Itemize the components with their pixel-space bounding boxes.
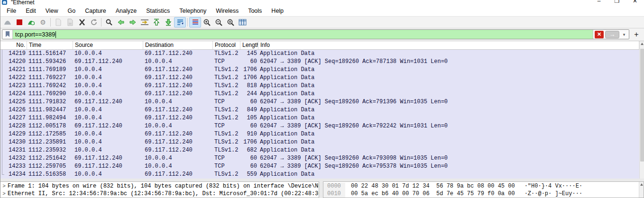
scrollbar-thumb[interactable]: [640, 49, 644, 162]
packet-row[interactable]: 142301112.23589110.0.0.469.117.112.240TL…: [0, 138, 639, 146]
cell-source: 10.0.0.4: [73, 138, 143, 146]
cell-time: 1112.251642: [27, 154, 73, 162]
title-bar: "Ethernet – ❐ ✕: [0, 0, 644, 6]
minimize-button[interactable]: –: [590, 0, 608, 5]
packet-row[interactable]: 142211111.76918910.0.0.469.117.112.240TL…: [0, 66, 639, 74]
zoom-reset-icon[interactable]: [225, 17, 237, 27]
packet-row[interactable]: 142331112.25970569.117.112.24010.0.0.4TC…: [0, 162, 639, 171]
reload-icon[interactable]: [88, 17, 100, 27]
column-header-time[interactable]: Time: [27, 41, 73, 49]
menu-tools[interactable]: Tools: [243, 7, 267, 16]
packet-row[interactable]: 142321112.25164269.117.112.24010.0.0.4TC…: [0, 154, 639, 162]
menu-help[interactable]: Help: [267, 7, 288, 16]
cell-source: 10.0.0.4: [73, 146, 143, 154]
packet-row[interactable]: 142271111.98249410.0.0.469.117.112.240TL…: [0, 114, 639, 122]
menu-wireless[interactable]: Wireless: [211, 7, 243, 16]
main-toolbar: ⚙: [0, 16, 644, 28]
open-file-icon[interactable]: [52, 17, 64, 27]
filter-input[interactable]: tcp.port==3389: [13, 30, 593, 39]
packet-row[interactable]: 142261111.98244710.0.0.469.117.112.240TL…: [0, 106, 639, 114]
cell-time: 1112.235932: [27, 146, 73, 154]
packet-row[interactable]: 142241111.76929010.0.0.469.117.112.240TL…: [0, 90, 639, 98]
packet-row[interactable]: 142311112.23593210.0.0.469.117.112.240TL…: [0, 146, 639, 154]
capture-options-icon[interactable]: ⚙: [37, 17, 49, 27]
cell-protocol: TLSv1.2: [213, 50, 240, 58]
zoom-in-icon[interactable]: [201, 17, 213, 27]
filter-field-buttons: ✕ → ▾: [593, 30, 629, 39]
column-header-no[interactable]: No.: [0, 41, 27, 49]
colorize-icon[interactable]: [189, 17, 201, 27]
hex-row[interactable]: 001000 5a ec b6 40 00 70 06 5d 7e 45 75 …: [323, 190, 644, 198]
pane-divider[interactable]: [0, 178, 644, 181]
hex-scrollbar[interactable]: [639, 182, 644, 198]
column-header-info[interactable]: Info: [258, 41, 639, 49]
packet-row[interactable]: 142231111.76924210.0.0.469.117.112.240TL…: [0, 82, 639, 90]
cell-time: 1111.769290: [27, 90, 73, 98]
close-capture-icon[interactable]: [76, 17, 88, 27]
menu-go[interactable]: Go: [63, 7, 81, 16]
cell-protocol: TLSv1.2: [213, 66, 240, 74]
pane-splitter[interactable]: [319, 181, 323, 198]
cell-destination: 69.117.112.240: [143, 130, 213, 138]
packet-row[interactable]: 142221111.76922710.0.0.469.117.112.240TL…: [0, 74, 639, 82]
go-last-icon[interactable]: [162, 17, 174, 27]
cell-length: 105: [240, 114, 258, 122]
display-filter-field[interactable]: tcp.port==3389 ✕ → ▾: [2, 29, 629, 39]
packet-row[interactable]: 142201111.59342669.117.112.24010.0.0.4TC…: [0, 58, 639, 66]
cell-info: 62047 → 3389 [ACK] Seq=189260 Ack=792242…: [258, 122, 639, 130]
hex-row[interactable]: 000000 22 48 30 01 7d 12 34 56 78 9a bc …: [323, 183, 644, 190]
column-header-source[interactable]: Source: [73, 41, 143, 49]
restart-capture-icon[interactable]: [25, 17, 37, 27]
column-header-length[interactable]: Length: [240, 41, 258, 49]
column-header-protocol[interactable]: Protocol: [213, 41, 240, 49]
cell-source: 69.117.112.240: [73, 58, 143, 66]
packet-row[interactable]: 142281112.00517869.117.112.24010.0.0.4TC…: [0, 122, 639, 130]
save-file-icon[interactable]: [64, 17, 76, 27]
menu-telephony[interactable]: Telephony: [175, 7, 211, 16]
apply-filter-icon[interactable]: →: [605, 31, 619, 38]
scroll-up-icon[interactable]: [640, 183, 643, 186]
add-filter-button[interactable]: +: [632, 30, 641, 39]
menu-view[interactable]: View: [41, 7, 63, 16]
packet-row[interactable]: 142291112.17258510.0.0.469.117.112.240TL…: [0, 130, 639, 138]
resize-columns-icon[interactable]: [237, 17, 248, 27]
column-header-destination[interactable]: Destination: [143, 41, 213, 49]
menu-capture[interactable]: Capture: [80, 7, 110, 16]
start-capture-icon[interactable]: [1, 17, 13, 27]
close-button[interactable]: ✕: [626, 0, 644, 5]
zoom-out-icon[interactable]: [213, 17, 225, 27]
packet-list-scrollbar[interactable]: [639, 41, 644, 179]
cell-protocol: TLSv1.2: [213, 114, 240, 122]
menu-analyze[interactable]: Analyze: [111, 7, 141, 16]
find-packet-icon[interactable]: [103, 17, 115, 27]
go-first-icon[interactable]: [150, 17, 162, 27]
cell-no: 14231: [0, 146, 27, 154]
detail-line[interactable]: >Ethernet II, Src: 12:34:56:78:9a:bc (12…: [0, 190, 319, 198]
go-to-packet-icon[interactable]: [138, 17, 150, 27]
expander-icon[interactable]: >: [0, 190, 8, 198]
menu-edit[interactable]: Edit: [21, 7, 41, 16]
cell-source: 10.0.0.4: [73, 90, 143, 98]
menu-file[interactable]: File: [2, 7, 21, 16]
expander-icon[interactable]: >: [0, 183, 8, 190]
clear-filter-icon[interactable]: ✕: [595, 31, 604, 38]
filter-bookmark-icon[interactable]: [2, 30, 13, 39]
cell-destination: 10.0.0.4: [143, 98, 213, 106]
packet-row[interactable]: 142251111.79183269.117.112.24010.0.0.4TC…: [0, 98, 639, 106]
go-back-icon[interactable]: [115, 17, 127, 27]
cell-no: 14234: [0, 171, 27, 179]
detail-line[interactable]: >Frame 1: 104 bytes on wire (832 bits), …: [0, 183, 319, 190]
packet-row[interactable]: 142191111.51614710.0.0.469.117.112.240TL…: [0, 50, 639, 58]
filter-dropdown-icon[interactable]: ▾: [621, 31, 627, 38]
cell-source: 10.0.0.4: [73, 50, 143, 58]
maximize-button[interactable]: ❐: [608, 0, 626, 5]
stop-capture-icon[interactable]: [13, 17, 25, 27]
go-forward-icon[interactable]: [127, 17, 138, 27]
cell-info: 62047 → 3389 [ACK] Seq=189260 Ack=791396…: [258, 98, 639, 106]
packet-row[interactable]: 142341112.51635810.0.0.469.117.112.240TL…: [0, 171, 639, 179]
cell-source: 69.117.112.240: [73, 162, 143, 171]
menu-statistics[interactable]: Statistics: [141, 7, 175, 16]
auto-scroll-icon[interactable]: [174, 17, 186, 27]
scroll-up-icon[interactable]: [641, 43, 644, 45]
hex-ascii: ·Z··@·p· ]~Euy···: [515, 190, 582, 198]
